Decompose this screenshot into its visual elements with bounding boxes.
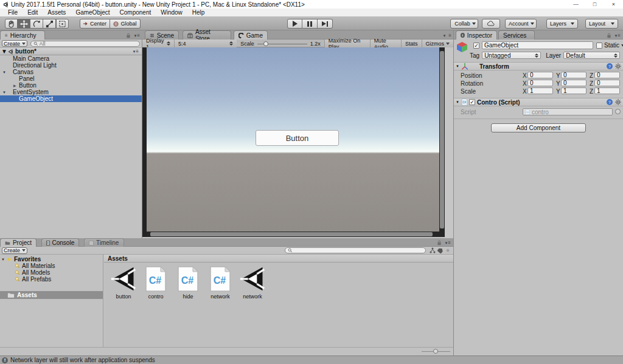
game-pane-menu-icon[interactable]: ▼≡ (442, 33, 451, 38)
position-y-field[interactable] (561, 72, 586, 78)
rotation-y-input[interactable] (563, 80, 584, 86)
assets-folder-row[interactable]: Assets (0, 291, 103, 299)
asset-tile-network-script[interactable]: C# network (204, 266, 236, 300)
rotate-tool-button[interactable] (30, 19, 43, 29)
hierarchy-search-input[interactable] (40, 41, 137, 47)
static-checkbox[interactable] (596, 43, 602, 49)
position-x-input[interactable] (530, 72, 551, 78)
scene-menu-icon[interactable]: ▼≡ (132, 49, 139, 54)
menu-file[interactable]: File (4, 9, 22, 16)
rect-tool-button[interactable] (56, 19, 69, 29)
asset-tile-button[interactable]: button (108, 266, 139, 300)
gear-icon[interactable] (615, 63, 621, 69)
cloud-button[interactable] (482, 19, 500, 29)
rotation-x-field[interactable] (527, 80, 553, 86)
expand-arrow-icon[interactable]: ▼ (1, 258, 7, 261)
expand-arrow-icon[interactable]: ▼ (454, 64, 461, 68)
menu-assets[interactable]: Assets (43, 9, 70, 16)
tab-asset-store[interactable]: Asset Store (183, 30, 231, 39)
position-y-input[interactable] (563, 72, 584, 78)
asset-tile-hide[interactable]: C# hide (172, 266, 204, 300)
scale-y-field[interactable] (561, 88, 586, 94)
hierarchy-item-gameobject-selected[interactable]: GameObject (0, 95, 142, 102)
scale-x-input[interactable] (530, 88, 551, 94)
tab-hierarchy[interactable]: ≡ Hierarchy (0, 30, 45, 39)
collapse-arrow-icon[interactable]: ▶ (13, 83, 19, 88)
step-button[interactable] (318, 19, 333, 29)
maximize-button[interactable]: □ (585, 0, 604, 9)
favorites-row[interactable]: ▼ ★ Favorites (0, 256, 103, 263)
account-dropdown[interactable]: Account (505, 19, 537, 29)
search-by-label-icon[interactable] (437, 247, 444, 253)
close-button[interactable]: × (604, 0, 623, 9)
layout-dropdown[interactable]: Layout (585, 19, 618, 29)
gizmos-dropdown[interactable]: Gizmos (422, 39, 454, 47)
gameobject-active-checkbox[interactable]: ✓ (473, 43, 479, 49)
lock-icon[interactable] (437, 240, 442, 246)
hierarchy-create-button[interactable]: Create (2, 40, 27, 47)
hscroll-thumb[interactable] (150, 232, 433, 236)
display-dropdown[interactable]: Display 1 (142, 39, 174, 47)
layer-dropdown[interactable]: Default (563, 52, 620, 59)
object-picker-icon[interactable] (615, 109, 621, 114)
pivot-global-button[interactable]: Global (110, 19, 141, 29)
lock-icon[interactable] (607, 33, 611, 38)
vscroll-thumb[interactable] (440, 51, 444, 228)
script-reference-field[interactable]: C# contro (523, 108, 613, 115)
transform-header[interactable]: ▼ Transform ? (454, 62, 623, 70)
stats-button[interactable]: Stats (401, 39, 422, 47)
scale-z-field[interactable] (594, 88, 620, 94)
hierarchy-item-eventsystem[interactable]: ▼ EventSystem (0, 89, 142, 95)
aspect-dropdown[interactable]: 5:4 (174, 39, 237, 47)
play-button[interactable] (287, 19, 302, 29)
menu-help[interactable]: Help (188, 9, 209, 16)
favorite-all-materials[interactable]: All Materials (0, 263, 103, 269)
mute-audio-button[interactable]: Mute Audio (370, 39, 401, 47)
position-z-input[interactable] (597, 72, 618, 78)
gameobject-name-input[interactable] (484, 42, 591, 49)
scene-expand-arrow[interactable]: ▼ (1, 48, 7, 55)
menu-component[interactable]: Component (116, 9, 156, 16)
expand-arrow-icon[interactable]: ▼ (454, 100, 461, 104)
tab-timeline[interactable]: Timeline (84, 238, 124, 247)
scale-slider[interactable] (257, 41, 307, 47)
asset-tile-network-scene[interactable]: network (237, 266, 268, 300)
favorite-all-prefabs[interactable]: All Prefabs (0, 276, 103, 283)
position-x-field[interactable] (527, 72, 553, 78)
layers-dropdown[interactable]: Layers (546, 19, 578, 29)
add-component-button[interactable]: Add Component (491, 123, 586, 132)
favorite-all-models[interactable]: All Models (0, 269, 103, 276)
project-create-button[interactable]: Create (2, 247, 27, 254)
hierarchy-item-directional-light[interactable]: Directional Light (0, 62, 142, 69)
scale-y-input[interactable] (563, 88, 584, 94)
tab-console[interactable]: ≡ Console (41, 238, 79, 247)
contro-script-header[interactable]: ▼ C# ✓ Contro (Script) ? (454, 98, 623, 106)
expand-arrow-icon[interactable]: ▼ (2, 91, 13, 94)
zoom-slider-thumb[interactable] (433, 349, 438, 354)
rotation-x-input[interactable] (530, 80, 551, 86)
tab-services[interactable]: Services (498, 30, 535, 39)
minimize-button[interactable]: — (566, 0, 585, 9)
project-search-input[interactable] (294, 247, 423, 253)
tab-game[interactable]: Game (234, 30, 268, 39)
tab-project[interactable]: Project (0, 238, 37, 247)
hierarchy-item-panel[interactable]: Panel (0, 75, 142, 82)
scale-x-field[interactable] (527, 88, 553, 94)
gameobject-name-field[interactable] (482, 41, 593, 49)
rotation-y-field[interactable] (561, 80, 586, 86)
asset-tile-contro[interactable]: C# contro (140, 266, 172, 300)
gear-icon[interactable] (615, 99, 621, 105)
hierarchy-search-field[interactable] (30, 41, 140, 47)
pane-menu-icon[interactable]: ▼≡ (133, 33, 140, 38)
expand-arrow-icon[interactable]: ▼ (2, 70, 13, 74)
game-vscrollbar[interactable] (439, 47, 445, 237)
help-icon[interactable]: ? (607, 63, 613, 69)
tab-inspector[interactable]: i Inspector (456, 30, 497, 39)
game-ui-button[interactable]: Button (256, 130, 339, 146)
position-z-field[interactable] (594, 72, 620, 78)
maximize-on-play-button[interactable]: Maximize On Play (324, 39, 370, 47)
pane-menu-icon[interactable]: ▼≡ (614, 33, 621, 38)
game-hscrollbar[interactable] (147, 232, 439, 237)
static-toggle[interactable]: Static (596, 42, 623, 49)
lock-icon[interactable] (126, 33, 131, 38)
